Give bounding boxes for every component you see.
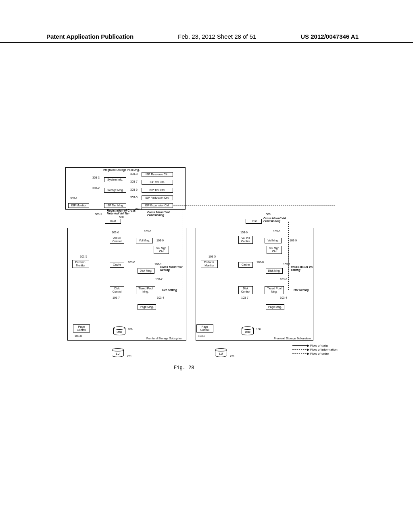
legend-data: Flow of data xyxy=(310,344,328,347)
frontend-title-right: Frontend Storage Subsystem xyxy=(274,337,311,340)
frontend-left-frame xyxy=(67,228,186,341)
page-mng-left: Page Mng. xyxy=(138,304,156,310)
isp-expansion-ctrl-box: ISP Expansion Ctrl. xyxy=(142,203,173,208)
ref-500-left: 500 xyxy=(119,216,124,218)
perform-monitor-right: Perform. Monitor xyxy=(201,260,218,268)
ref-103-7-left: 103-7 xyxy=(113,296,120,299)
vol-mgr-ctrl-right: Vol Mgr. Ctrl xyxy=(267,246,282,254)
vol-io-control-right: Vol I/O Control xyxy=(238,236,253,244)
tiered-pool-mng-right: Tiered Pool Mng. xyxy=(265,286,284,294)
header-left: Patent Application Publication xyxy=(46,33,133,40)
ref-103-3-right: 103-3 xyxy=(273,230,280,233)
disk-cylinder-left: Disk xyxy=(113,326,125,336)
ref-103-1-right: 103-1 xyxy=(283,263,290,266)
ref-106-right: 106 xyxy=(256,328,261,330)
ref-303-6: 303-6 xyxy=(130,188,138,191)
frontend-right-frame xyxy=(196,228,313,341)
ref-103-8-right: 103-8 xyxy=(198,335,205,337)
ref-103-9-left: 103-9 xyxy=(156,239,164,242)
ref-103-3-left: 103-3 xyxy=(144,230,151,233)
provisioning-label-left: Cross Mount Vol Provisioning xyxy=(147,211,175,216)
cross-mount-setting-right: Cross Mount Vol Setting xyxy=(291,266,315,271)
provisioning-label-right: Cross Mount Vol Provisioning xyxy=(263,217,292,222)
order-line-right-down xyxy=(335,206,335,222)
tier-setting-left: Tier Setting xyxy=(162,289,177,291)
ref-303-7: 303-7 xyxy=(130,180,138,183)
ref-103-2-left: 103-2 xyxy=(155,278,163,281)
ref-103-8-left: 103-8 xyxy=(75,335,82,337)
host-box-left: Host xyxy=(105,219,121,224)
registration-label: Registration of Cross Mounted Vol Tier xyxy=(107,209,143,215)
ref-303-1b: 303-1 xyxy=(95,213,102,216)
ref-303-2: 303-2 xyxy=(92,187,100,189)
isp-resource-ctrl-box: ISP Resource Ctrl. xyxy=(142,172,173,177)
cross-mount-setting-left: Cross Mount Vol Setting xyxy=(160,266,184,271)
ref-303-3: 303-3 xyxy=(92,176,100,179)
ref-103-6-right: 103-6 xyxy=(240,231,248,234)
figure-caption: Fig. 28 xyxy=(174,365,194,371)
disk-mng-right: Disk Mng. xyxy=(266,268,283,274)
ref-103-7-right: 103-7 xyxy=(241,296,248,299)
disk-mng-left: Disk Mng. xyxy=(138,268,154,274)
ref-303-1a: 303-1 xyxy=(70,197,77,200)
ref-103-5-left: 103-5 xyxy=(80,255,87,258)
page-control-right: Page Control xyxy=(196,324,213,332)
ref-103-4-right: 103-4 xyxy=(280,296,287,299)
header-right: US 2012/0047346 A1 xyxy=(300,33,359,40)
ref-103-2-right: 103-2 xyxy=(280,278,287,281)
ref-500-right: 500 xyxy=(266,213,271,216)
ref-303-5: 303-5 xyxy=(130,196,138,199)
host-box-right: Host xyxy=(246,219,262,224)
isp-tier-ctrl-box: ISP Tier Ctrl. xyxy=(142,188,173,193)
legend: Flow of data Flow of information Flow of… xyxy=(292,344,338,356)
ref-103-4-left: 103-4 xyxy=(157,296,164,299)
lu-cylinder-left: LU xyxy=(112,348,124,358)
ref-103-5-right: 103-5 xyxy=(209,255,216,258)
tier-setting-right: Tier Setting xyxy=(293,289,309,291)
disk-control-left: Disk Control xyxy=(110,286,124,294)
ref-106-left: 106 xyxy=(128,328,133,330)
isp-monitor-box: ISP Monitor xyxy=(68,203,89,208)
lu-cylinder-right: LU xyxy=(215,348,227,358)
isp-reduction-ctrl-box: ISP Reduction Ctrl. xyxy=(142,195,173,200)
legend-info: Flow of information xyxy=(310,348,338,351)
perform-monitor-left: Perform. Monitor xyxy=(72,260,89,268)
order-line-right-down2 xyxy=(288,222,289,290)
legend-order: Flow of order xyxy=(310,352,329,355)
ref-231-right: 231 xyxy=(230,355,235,357)
page-control-left: Page Control xyxy=(73,324,90,332)
vol-mng-right: Vol Mng. xyxy=(265,238,282,243)
cache-left: Cache xyxy=(110,262,124,268)
storage-mng-box: Storage Mng. xyxy=(104,188,126,193)
ref-103-6-left: 103-6 xyxy=(112,231,119,234)
ref-103-0-left: 103-0 xyxy=(128,261,135,264)
disk-cylinder-right: Disk xyxy=(242,326,254,336)
order-line-top xyxy=(173,206,335,206)
header-center: Feb. 23, 2012 Sheet 28 of 51 xyxy=(178,33,256,40)
vol-mgr-ctrl-left: Vol Mgr. Ctrl xyxy=(154,246,169,254)
ref-303-8: 303-8 xyxy=(130,172,138,175)
cache-right: Cache xyxy=(238,262,253,268)
isp-vol-ctrl-box: ISP Vol Ctrl. xyxy=(142,180,173,185)
ref-231-left: 231 xyxy=(127,355,132,357)
diagram: Integrated Storage Pool Mng. ISP Resourc… xyxy=(67,165,349,371)
isp-mng-title: Integrated Storage Pool Mng. xyxy=(103,168,140,171)
page-header: Patent Application Publication Feb. 23, … xyxy=(0,33,413,43)
ref-103-0-right: 103-0 xyxy=(257,261,264,264)
order-line-left-down xyxy=(182,206,182,290)
disk-control-right: Disk Control xyxy=(238,286,253,294)
system-info-box: System Info. xyxy=(104,177,126,182)
frontend-title-left: Frontend Storage Subsystem xyxy=(146,337,183,340)
page-mng-right: Page Mng. xyxy=(266,304,284,310)
vol-io-control-left: Vol I/O Control xyxy=(110,236,124,244)
ref-103-9-right: 103-9 xyxy=(290,239,297,242)
vol-mng-left: Vol Mng. xyxy=(136,238,153,243)
isp-tier-mng-box: ISP Tier Mng. xyxy=(104,203,126,208)
ref-103-1-left: 103-1 xyxy=(154,263,162,266)
tiered-pool-mng-left: Tiered Pool Mng. xyxy=(136,286,155,294)
